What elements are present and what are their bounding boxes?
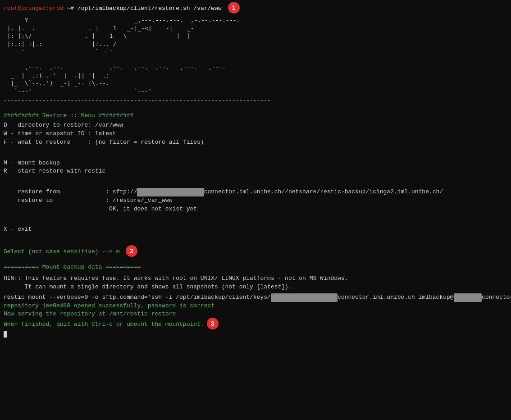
select-prompt-line: Select (not case sensitive) --> m 2 bbox=[4, 246, 507, 258]
hint-line-2: It can mount a single directory and show… bbox=[4, 283, 507, 292]
redacted-user-host bbox=[454, 293, 482, 302]
redacted-key-path bbox=[271, 293, 338, 302]
badge-2: 2 bbox=[126, 245, 137, 257]
prompt-root: root bbox=[4, 5, 18, 12]
prompt-host: icinga2 bbox=[21, 5, 46, 12]
hint-line-1: HINT: This feature requires fuse. It wor… bbox=[4, 274, 507, 283]
menu-header: ########## Restore :: Menu ########## bbox=[4, 112, 507, 120]
prompt-line: root@icinga2:prod ~# /opt/imlbackup/clie… bbox=[4, 3, 507, 14]
status-line-3: When finished, quit with Ctrl-c or umoun… bbox=[4, 320, 204, 329]
menu-item-d: D - directory to restore: /var/www bbox=[4, 121, 507, 130]
menu-blank-1 bbox=[4, 149, 507, 157]
ascii-art: Y _,---.---.---. ,-.--.---.---. |. |. . … bbox=[4, 16, 507, 95]
cursor bbox=[4, 331, 7, 338]
cursor-line bbox=[4, 330, 507, 339]
menu-blank-2 bbox=[4, 178, 507, 186]
status-line-1: repository 1ee0e460 opened successfully,… bbox=[4, 302, 507, 310]
terminal: root@icinga2:prod ~# /opt/imlbackup/clie… bbox=[0, 0, 511, 420]
select-prompt: Select (not case sensitive) --> m bbox=[4, 249, 119, 256]
menu-item-m: M - mount backup bbox=[4, 159, 507, 168]
status-line-2: Now serving the repository at /mnt/resti… bbox=[4, 310, 176, 319]
menu-item-x: X - exit bbox=[4, 225, 507, 234]
prompt-cmd: # /opt/imlbackup/client/restore.sh /var/… bbox=[70, 5, 221, 12]
mount-header: ========== Mount backup data ========== bbox=[4, 263, 507, 272]
menu-blank-3 bbox=[4, 215, 507, 224]
prompt-env: prod bbox=[49, 5, 63, 12]
menu-blank-4 bbox=[4, 236, 507, 244]
restic-cmd: restic mount --verbose=0 -o sftp.command… bbox=[4, 293, 507, 302]
menu-item-r: R - start restore with restic bbox=[4, 167, 507, 176]
restore-to-line: restore to : /restore/_var_www OK, it do… bbox=[4, 196, 507, 214]
badge-3: 3 bbox=[207, 318, 219, 329]
restore-from-line: restore from : sftp:// connector.iml.uni… bbox=[4, 188, 507, 196]
redacted-host-1 bbox=[137, 188, 204, 196]
badge-1: 1 bbox=[228, 2, 240, 14]
divider-line: ----------------------------------------… bbox=[4, 97, 507, 105]
menu-item-f: F - what to restore : (no filter = resto… bbox=[4, 138, 507, 147]
menu-item-w: W - time or snapshot ID : latest bbox=[4, 130, 507, 138]
